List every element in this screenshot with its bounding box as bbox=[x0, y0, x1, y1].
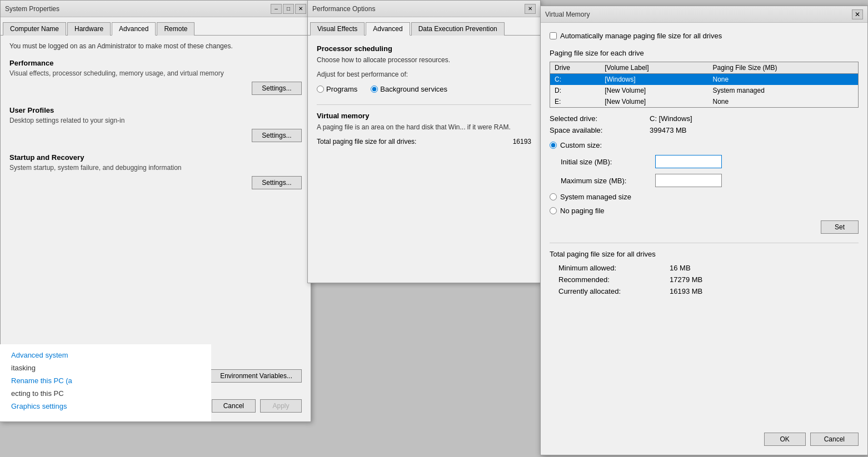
performance-options-content: Processor scheduling Choose how to alloc… bbox=[308, 36, 540, 154]
rename-pc-link[interactable]: Rename this PC (a bbox=[11, 376, 200, 385]
minimum-allowed-row: Minimum allowed: 16 MB bbox=[550, 264, 859, 272]
vm-ok-button[interactable]: OK bbox=[764, 433, 806, 446]
virtual-memory-title: Virtual Memory bbox=[545, 11, 590, 18]
tab-perf-advanced[interactable]: Advanced bbox=[366, 22, 410, 36]
total-paging-row: Total paging file size for all drives: 1… bbox=[317, 138, 531, 145]
system-properties-tab-bar: Computer Name Hardware Advanced Remote bbox=[1, 17, 311, 36]
drive-d-label: [New Volume] bbox=[600, 85, 708, 96]
selected-drive-value: C: [Windows] bbox=[650, 114, 692, 123]
no-paging-option: No paging file bbox=[550, 207, 859, 215]
programs-option[interactable]: Programs bbox=[317, 85, 357, 93]
maximize-button[interactable]: □ bbox=[283, 4, 294, 14]
space-available-value: 399473 MB bbox=[650, 126, 687, 134]
initial-size-input[interactable] bbox=[655, 155, 722, 168]
performance-section: Performance Visual effects, processor sc… bbox=[9, 59, 302, 95]
apply-button[interactable]: Apply bbox=[260, 399, 302, 413]
virtual-memory-title: Virtual memory bbox=[317, 112, 531, 120]
min-value: 16 MB bbox=[670, 264, 691, 272]
rec-label: Recommended: bbox=[558, 275, 670, 284]
system-properties-content: You must be logged on as an Administrato… bbox=[1, 36, 311, 207]
drive-c-size: None bbox=[708, 74, 858, 86]
alloc-label: Currently allocated: bbox=[558, 287, 670, 295]
set-btn-container: Set bbox=[550, 220, 859, 234]
total-paging-value: 16193 bbox=[513, 138, 531, 145]
vm-cancel-button[interactable]: Cancel bbox=[810, 433, 859, 446]
performance-options-title: Performance Options bbox=[312, 5, 375, 13]
custom-size-label: Custom size: bbox=[560, 141, 602, 149]
paging-options: Custom size: Initial size (MB): Maximum … bbox=[550, 141, 859, 215]
admin-notice: You must be logged on as an Administrato… bbox=[9, 42, 302, 50]
drive-row-e[interactable]: E: [New Volume] None bbox=[550, 96, 859, 108]
tab-remote[interactable]: Remote bbox=[157, 22, 194, 36]
max-size-label: Maximum size (MB): bbox=[561, 177, 655, 185]
rec-value: 17279 MB bbox=[670, 275, 702, 284]
environment-variables-button[interactable]: Environment Variables... bbox=[211, 369, 302, 383]
drive-e-size: None bbox=[708, 96, 858, 108]
background-services-option[interactable]: Background services bbox=[371, 85, 447, 93]
auto-manage-checkbox[interactable] bbox=[550, 32, 557, 39]
tab-hardware[interactable]: Hardware bbox=[67, 22, 111, 36]
space-available-label: Space available: bbox=[550, 126, 650, 134]
userprofiles-settings-button[interactable]: Settings... bbox=[252, 129, 302, 142]
close-button[interactable]: ✕ bbox=[295, 4, 306, 14]
processor-scheduling-desc: Choose how to allocate processor resourc… bbox=[317, 56, 531, 64]
system-properties-titlebar: System Properties – □ ✕ bbox=[1, 1, 311, 17]
programs-label: Programs bbox=[326, 85, 357, 93]
drive-c-letter: C: bbox=[550, 74, 601, 86]
total-paging-label: Total paging file size for all drives: bbox=[317, 138, 416, 145]
tab-data-execution[interactable]: Data Execution Prevention bbox=[411, 22, 505, 36]
startup-title: Startup and Recovery bbox=[9, 153, 302, 162]
total-section: Total paging file size for all drives Mi… bbox=[550, 243, 859, 295]
cancel-button[interactable]: Cancel bbox=[212, 399, 256, 413]
system-managed-option: System managed size bbox=[550, 193, 859, 201]
alloc-value: 16193 MB bbox=[670, 287, 702, 295]
no-paging-radio[interactable] bbox=[550, 207, 557, 214]
graphics-settings-link[interactable]: Graphics settings bbox=[11, 402, 200, 410]
drive-row-c[interactable]: C: [Windows] None bbox=[550, 74, 859, 86]
window-controls: – □ ✕ bbox=[271, 4, 306, 14]
perf-window-controls: ✕ bbox=[525, 4, 536, 14]
initial-size-row: Initial size (MB): bbox=[561, 155, 859, 168]
performance-options-window: Performance Options ✕ Visual Effects Adv… bbox=[307, 0, 541, 283]
startup-settings-button[interactable]: Settings... bbox=[252, 176, 302, 189]
drive-table: Drive [Volume Label] Paging File Size (M… bbox=[550, 62, 859, 108]
itasking-text: itasking bbox=[11, 364, 200, 372]
currently-allocated-row: Currently allocated: 16193 MB bbox=[550, 287, 859, 295]
tab-advanced[interactable]: Advanced bbox=[112, 22, 156, 36]
virtual-memory-content: Automatically manage paging file size fo… bbox=[541, 23, 867, 308]
total-section-title: Total paging file size for all drives bbox=[550, 250, 859, 258]
processor-scheduling-title: Processor scheduling bbox=[317, 44, 531, 53]
set-button[interactable]: Set bbox=[821, 220, 859, 234]
tab-computer-name[interactable]: Computer Name bbox=[3, 22, 66, 36]
drive-row-d[interactable]: D: [New Volume] System managed bbox=[550, 85, 859, 96]
performance-options-tab-bar: Visual Effects Advanced Data Execution P… bbox=[308, 17, 540, 36]
system-managed-radio[interactable] bbox=[550, 193, 557, 200]
virtual-memory-window: Virtual Memory ✕ Automatically manage pa… bbox=[540, 6, 868, 455]
virtual-memory-desc: A paging file is an area on the hard dis… bbox=[317, 123, 531, 131]
volume-label-col-header: [Volume Label] bbox=[600, 62, 708, 74]
tab-visual-effects[interactable]: Visual Effects bbox=[310, 22, 365, 36]
perf-close-button[interactable]: ✕ bbox=[525, 4, 536, 14]
paging-file-section-title: Paging file size for each drive bbox=[550, 49, 859, 57]
performance-options-titlebar: Performance Options ✕ bbox=[308, 1, 540, 17]
processor-radio-group: Programs Background services bbox=[317, 85, 531, 93]
startup-section: Startup and Recovery System startup, sys… bbox=[9, 153, 302, 189]
advanced-system-link[interactable]: Advanced system bbox=[11, 351, 200, 359]
userprofiles-desc: Desktop settings related to your sign-in bbox=[9, 117, 302, 124]
max-size-input[interactable] bbox=[655, 174, 722, 187]
performance-settings-button[interactable]: Settings... bbox=[252, 82, 302, 95]
drive-col-header: Drive bbox=[550, 62, 601, 74]
background-radio[interactable] bbox=[371, 86, 378, 93]
initial-size-label: Initial size (MB): bbox=[561, 158, 655, 166]
auto-manage-row: Automatically manage paging file size fo… bbox=[550, 32, 859, 40]
drive-d-size: System managed bbox=[708, 85, 858, 96]
space-available-row: Space available: 399473 MB bbox=[550, 126, 859, 134]
env-btn-container: Environment Variables... bbox=[211, 369, 302, 383]
paging-size-col-header: Paging File Size (MB) bbox=[708, 62, 858, 74]
custom-size-radio[interactable] bbox=[550, 142, 557, 149]
programs-radio[interactable] bbox=[317, 86, 324, 93]
vm-close-button[interactable]: ✕ bbox=[852, 9, 863, 19]
minimize-button[interactable]: – bbox=[271, 4, 282, 14]
adjust-label: Adjust for best performance of: bbox=[317, 71, 531, 78]
performance-desc: Visual effects, processor scheduling, me… bbox=[9, 69, 302, 77]
